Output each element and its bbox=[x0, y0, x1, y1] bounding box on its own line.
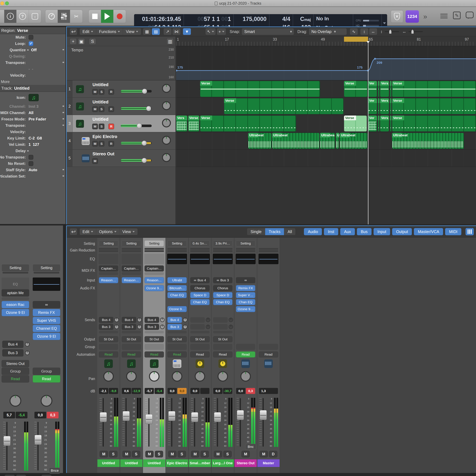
record-enable-button[interactable]: R bbox=[108, 124, 114, 129]
stepper-icon[interactable] bbox=[62, 104, 65, 108]
send-knob[interactable] bbox=[183, 318, 187, 322]
region[interactable]: Verse bbox=[200, 116, 296, 132]
filter-midi[interactable]: MIDI bbox=[445, 228, 461, 235]
midi-fx-slot[interactable]: aptain Me bbox=[1, 289, 29, 297]
minimize-button[interactable] bbox=[0, 1, 4, 5]
waveform-zoom-button[interactable]: ∿ bbox=[350, 28, 358, 35]
send-empty-slot[interactable] bbox=[213, 317, 228, 323]
mute-button[interactable]: M bbox=[92, 124, 98, 129]
pan-knob[interactable] bbox=[126, 371, 136, 382]
inspector-row[interactable]: QuantizeOff bbox=[0, 47, 66, 53]
send-empty-slot[interactable] bbox=[122, 331, 141, 333]
region[interactable]: Ver bbox=[368, 98, 377, 114]
stepper-icon[interactable] bbox=[62, 110, 65, 115]
send-knob[interactable] bbox=[206, 318, 210, 322]
input-slot[interactable]: eason Rac bbox=[1, 301, 29, 308]
volume-db-value[interactable]: -5,7 bbox=[145, 388, 154, 394]
input-slot[interactable]: Reason… bbox=[99, 277, 118, 283]
mixer-back-button[interactable]: ↩ bbox=[70, 228, 77, 235]
track-name[interactable]: Stereo Out bbox=[92, 152, 114, 156]
region[interactable]: Verse bbox=[344, 81, 367, 97]
pan-knob[interactable] bbox=[41, 395, 52, 407]
global-solo-button[interactable]: S bbox=[89, 38, 96, 45]
track-header[interactable]: 3♫UntitledMSR bbox=[67, 115, 175, 132]
menu-options[interactable]: Options bbox=[96, 228, 119, 235]
record-enable-button[interactable]: R bbox=[108, 141, 114, 147]
group-slot[interactable] bbox=[213, 344, 232, 350]
track-name[interactable]: Untitled bbox=[92, 82, 108, 87]
note-track-icon[interactable]: ♫ bbox=[76, 85, 84, 93]
send-slot[interactable]: Bus 3 bbox=[167, 324, 182, 330]
inspector-row[interactable]: Vel Limit:1 127 bbox=[0, 141, 66, 148]
send-slot[interactable]: Bus 4 bbox=[122, 317, 136, 323]
audio-fx-slot[interactable]: Chan EQ bbox=[167, 292, 187, 298]
midi-fx-empty-slot[interactable] bbox=[99, 272, 118, 275]
channel-setting-button[interactable]: Setting bbox=[1, 264, 29, 272]
volume-slider[interactable] bbox=[121, 125, 152, 127]
audio-fx-slot[interactable]: Ozone 9… bbox=[167, 306, 187, 312]
pan-knob[interactable] bbox=[162, 136, 171, 145]
region[interactable]: Ultrabeat bbox=[392, 133, 464, 149]
midi-fx-slot[interactable]: Captain… bbox=[145, 265, 164, 272]
track-header[interactable]: 2♫UntitledMSR bbox=[67, 98, 175, 115]
filter-inst[interactable]: Inst bbox=[324, 228, 338, 235]
channel-name[interactable]: Untitled bbox=[120, 459, 142, 467]
mute-button[interactable]: M bbox=[241, 451, 250, 458]
automation-mode-slot[interactable]: Read bbox=[259, 351, 278, 357]
checkbox[interactable] bbox=[29, 161, 33, 166]
mixer-channel-strip[interactable]: SettingCaptain…Reason…Bus 4Bus 3St OutRe… bbox=[120, 238, 143, 473]
automation-mode-slot[interactable]: Read bbox=[1, 375, 29, 383]
channel-setting-button[interactable]: Setting bbox=[236, 240, 255, 246]
vertical-auto-zoom-button[interactable]: ↕ bbox=[360, 28, 368, 35]
input-slot[interactable]: ∞Bus 3 bbox=[213, 277, 232, 283]
mute-button[interactable]: M bbox=[145, 451, 153, 458]
volume-slider[interactable] bbox=[121, 159, 152, 162]
mixer-channel-strip[interactable]: Read1,391215182124303540455060MDMaster bbox=[257, 238, 280, 473]
automation-mode-slot[interactable]: Read bbox=[145, 351, 164, 357]
region[interactable]: Ultrabeat bbox=[272, 133, 320, 149]
peak-db-value[interactable]: 0,3 bbox=[47, 412, 59, 418]
channel-name[interactable]: Untitled bbox=[143, 459, 165, 467]
horizontal-auto-zoom-button[interactable]: ↔ bbox=[369, 28, 377, 35]
inspector-row[interactable]: Transpose: bbox=[0, 122, 66, 129]
region[interactable]: Verse bbox=[392, 98, 476, 114]
add-track-button[interactable]: + bbox=[70, 38, 77, 45]
inspector-row[interactable]: Icon:♫ bbox=[0, 92, 66, 103]
mixer-channel-strip[interactable]: SettingCaptain…Reason…Ozone 9…Bus 4Bus 3… bbox=[143, 238, 166, 473]
audio-fx-slot[interactable]: Super V… bbox=[236, 292, 255, 298]
filter-aux[interactable]: Aux bbox=[340, 228, 355, 235]
menu-functions[interactable]: Functions bbox=[96, 28, 123, 35]
send-empty-slot[interactable] bbox=[145, 331, 164, 333]
more-disclosure[interactable]: More bbox=[0, 80, 10, 84]
stepper-icon[interactable] bbox=[62, 174, 65, 178]
send-empty-slot[interactable] bbox=[190, 324, 205, 330]
inspector-row-value[interactable]: Off bbox=[31, 48, 37, 52]
inspector-row[interactable]: No Transpose: bbox=[0, 154, 66, 160]
strip-components-button[interactable] bbox=[465, 228, 474, 235]
midi-fx-slot[interactable]: Captain… bbox=[99, 265, 118, 272]
notes-button[interactable]: ✎ bbox=[453, 12, 461, 19]
send-slot[interactable]: Bus 3 bbox=[99, 324, 113, 330]
automation-mode-slot[interactable]: Read bbox=[33, 375, 60, 383]
drum-track-icon[interactable] bbox=[82, 137, 90, 145]
region[interactable] bbox=[378, 116, 379, 132]
send-empty-slot[interactable] bbox=[167, 331, 187, 333]
fader-groove[interactable] bbox=[194, 398, 195, 447]
group-slot[interactable] bbox=[167, 344, 187, 350]
group-slot[interactable] bbox=[99, 344, 118, 350]
fader-cap[interactable] bbox=[214, 412, 221, 422]
group-slot[interactable] bbox=[145, 344, 164, 350]
dim-button[interactable]: D bbox=[269, 451, 277, 458]
view-mode-all[interactable]: All bbox=[284, 228, 296, 235]
fader-cap[interactable] bbox=[123, 411, 130, 421]
filter-master-vca[interactable]: Master/VCA bbox=[414, 228, 443, 235]
volume-knob[interactable] bbox=[142, 158, 147, 163]
pan-knob[interactable] bbox=[240, 371, 251, 382]
mute-button[interactable]: M bbox=[100, 451, 108, 458]
region[interactable]: Verse bbox=[188, 116, 199, 132]
mixer-button[interactable] bbox=[58, 10, 70, 23]
group-slot[interactable] bbox=[122, 344, 141, 350]
region-lane[interactable]: VersVerseVerseVerseVerVersVerse bbox=[176, 115, 476, 132]
volume-knob[interactable] bbox=[142, 89, 147, 94]
fader-cap[interactable] bbox=[168, 411, 175, 421]
